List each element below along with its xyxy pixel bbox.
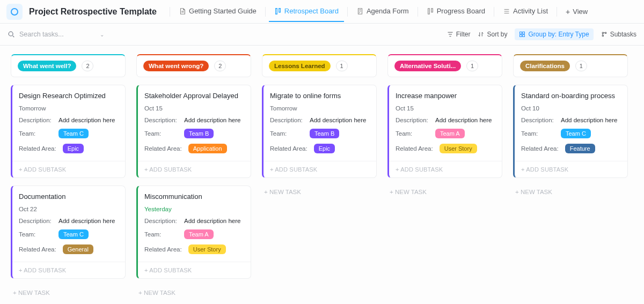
tab-activity-list[interactable]: Activity List	[497, 1, 553, 22]
column-header[interactable]: What went well?2	[11, 54, 126, 77]
task-card[interactable]: Stakeholder Approval DelayedOct 15Descri…	[136, 85, 251, 178]
field-related-area[interactable]: Related Area:General	[19, 244, 119, 254]
svg-rect-1	[520, 32, 522, 34]
task-card[interactable]: MiscommunicationYesterdayDescription:Add…	[136, 186, 251, 279]
column-label: Alternative Soluti...	[394, 61, 461, 71]
field-label: Description:	[19, 117, 52, 123]
new-task-button[interactable]: + NEW TASK	[387, 186, 502, 198]
tab-progress-board[interactable]: Progress Board	[421, 1, 491, 22]
task-card[interactable]: Design Research OptimizedTomorrowDescrip…	[11, 85, 126, 178]
field-label: Description:	[521, 117, 554, 123]
column-count: 2	[82, 61, 93, 71]
field-team[interactable]: Team:Team A	[396, 129, 495, 138]
board-column: Lessons Learned1Migrate to online formsT…	[262, 54, 377, 198]
tab-getting-started[interactable]: Getting Started Guide	[173, 1, 262, 22]
column-count: 1	[466, 61, 478, 71]
field-team[interactable]: Team:Team B	[270, 129, 370, 138]
new-task-button[interactable]: + NEW TASK	[513, 186, 628, 198]
filter-button[interactable]: Filter	[447, 31, 471, 38]
new-task-button[interactable]: + NEW TASK	[136, 286, 251, 299]
new-task-button[interactable]: + NEW TASK	[11, 286, 126, 299]
field-related-area[interactable]: Related Area:Feature	[521, 144, 621, 153]
field-label: Related Area:	[19, 145, 56, 152]
filter-toolbar: ⌄ Filter Sort by Group by: Entry Type Su…	[0, 24, 644, 46]
description-placeholder: Add description here	[184, 218, 240, 224]
chevron-down-icon[interactable]: ⌄	[100, 32, 104, 38]
card-date: Oct 22	[19, 206, 119, 212]
field-label: Related Area:	[144, 246, 182, 253]
column-label: What went well?	[18, 61, 76, 71]
add-view-button[interactable]: + View	[560, 4, 593, 19]
column-header[interactable]: What went wrong?2	[136, 54, 251, 77]
task-card[interactable]: Increase manpowerOct 15Description:Add d…	[387, 85, 502, 178]
card-title: Stakeholder Approval Delayed	[144, 92, 244, 100]
description-placeholder: Add description here	[561, 117, 617, 123]
field-description[interactable]: Description:Add description here	[19, 218, 119, 224]
field-related-area[interactable]: Related Area:Application	[144, 144, 244, 153]
board-icon	[427, 8, 434, 15]
group-icon	[519, 31, 525, 38]
column-header[interactable]: Lessons Learned1	[262, 54, 377, 77]
field-description[interactable]: Description:Add description here	[396, 117, 495, 123]
field-team[interactable]: Team:Team B	[144, 129, 244, 138]
area-pill: Feature	[565, 144, 595, 153]
add-subtask-button[interactable]: + ADD SUBTASK	[12, 161, 125, 177]
field-related-area[interactable]: Related Area:Epic	[270, 144, 370, 153]
field-team[interactable]: Team:Team C	[521, 129, 621, 138]
column-header[interactable]: Clarifications1	[513, 54, 628, 77]
area-pill: Epic	[63, 144, 84, 153]
field-related-area[interactable]: Related Area:User Story	[144, 244, 244, 254]
filter-icon	[447, 31, 453, 38]
tab-retrospect-board[interactable]: Retrospect Board	[269, 1, 344, 22]
field-related-area[interactable]: Related Area:Epic	[19, 144, 119, 153]
sort-button[interactable]: Sort by	[478, 31, 507, 38]
description-placeholder: Add description here	[58, 218, 115, 224]
field-label: Related Area:	[396, 145, 433, 152]
field-team[interactable]: Team:Team A	[144, 229, 244, 239]
task-card[interactable]: Migrate to online formsTomorrowDescripti…	[262, 85, 377, 178]
field-related-area[interactable]: Related Area:User Story	[396, 144, 495, 153]
add-subtask-button[interactable]: + ADD SUBTASK	[264, 161, 376, 177]
description-placeholder: Add description here	[184, 117, 240, 123]
add-subtask-button[interactable]: + ADD SUBTASK	[138, 161, 251, 177]
field-label: Team:	[396, 130, 429, 137]
field-label: Team:	[270, 130, 303, 137]
field-description[interactable]: Description:Add description here	[19, 117, 119, 123]
field-description[interactable]: Description:Add description here	[270, 117, 370, 123]
field-label: Team:	[144, 231, 178, 238]
field-label: Description:	[396, 117, 429, 123]
card-title: Design Research Optimized	[19, 92, 119, 100]
svg-rect-4	[523, 35, 525, 37]
task-card[interactable]: DocumentationOct 22Description:Add descr…	[11, 186, 126, 279]
card-date: Oct 10	[521, 105, 621, 112]
field-description[interactable]: Description:Add description here	[144, 117, 244, 123]
area-pill: User Story	[440, 144, 477, 153]
sort-icon	[478, 31, 484, 38]
tab-agenda-form[interactable]: Agenda Form	[351, 1, 414, 22]
subtasks-button[interactable]: Subtasks	[601, 31, 636, 38]
column-header[interactable]: Alternative Soluti...1	[387, 54, 502, 77]
add-subtask-button[interactable]: + ADD SUBTASK	[515, 161, 627, 177]
field-description[interactable]: Description:Add description here	[521, 117, 621, 123]
field-description[interactable]: Description:Add description here	[144, 218, 244, 224]
add-subtask-button[interactable]: + ADD SUBTASK	[389, 161, 502, 177]
team-pill: Team A	[435, 129, 465, 138]
card-date: Tomorrow	[19, 105, 119, 112]
board-icon	[274, 8, 282, 15]
workspace-logo[interactable]	[6, 4, 23, 20]
area-pill: General	[63, 244, 93, 254]
field-team[interactable]: Team:Team C	[19, 229, 119, 239]
kanban-board: What went well?2Design Research Optimize…	[0, 46, 644, 304]
search-wrap[interactable]: ⌄	[8, 31, 104, 38]
plus-icon: +	[566, 8, 570, 16]
field-team[interactable]: Team:Team C	[19, 129, 119, 138]
card-title: Miscommunication	[144, 192, 244, 201]
column-count: 1	[336, 61, 348, 71]
add-subtask-button[interactable]: + ADD SUBTASK	[12, 262, 125, 278]
group-by-button[interactable]: Group by: Entry Type	[515, 28, 593, 40]
add-subtask-button[interactable]: + ADD SUBTASK	[138, 262, 251, 278]
task-card[interactable]: Standard on-boarding processOct 10Descri…	[513, 85, 628, 178]
new-task-button[interactable]: + NEW TASK	[262, 186, 377, 198]
search-input[interactable]	[19, 31, 84, 38]
view-tabs: Getting Started Guide Retrospect Board A…	[167, 1, 593, 22]
